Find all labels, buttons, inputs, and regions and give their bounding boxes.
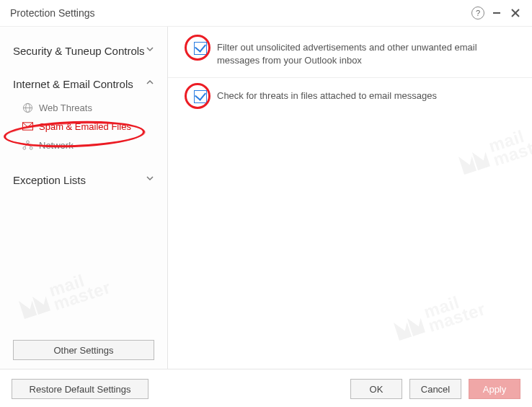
restore-defaults-button[interactable]: Restore Default Settings [12, 379, 148, 399]
window-body: Security & Tuneup Controls Internet & Em… [0, 26, 532, 369]
sidebar-item-spam[interactable]: Spam & Emailed Files [0, 117, 167, 136]
content-panel: mailmaster mailmaster mailmaster Filter … [168, 27, 532, 369]
option-label: Check for threats in files attached to e… [217, 89, 437, 102]
chevron-down-icon [146, 45, 154, 57]
sidebar-item-network[interactable]: Network [0, 136, 167, 154]
help-button[interactable]: ? [469, 4, 487, 22]
svg-line-11 [27, 143, 30, 146]
window-title: Protection Settings [10, 7, 95, 19]
option-label: Filter out unsolicited advertisements an… [217, 41, 515, 67]
chevron-up-icon [146, 78, 154, 90]
footer-bar: Restore Default Settings OK Cancel Apply [0, 369, 532, 407]
sidebar-group-label: Exception Lists [13, 173, 146, 188]
minimize-icon [492, 8, 502, 18]
mail-icon [22, 121, 33, 132]
sidebar-subitems: Web Threats Spam & Emailed Files Network [0, 95, 167, 162]
sidebar-item-label: Web Threats [39, 102, 92, 113]
cancel-button[interactable]: Cancel [409, 379, 461, 399]
checkbox-spam-filter[interactable] [194, 42, 207, 55]
option-attachment-scan: Check for threats in files attached to e… [168, 78, 532, 113]
network-icon [22, 139, 33, 151]
sidebar: Security & Tuneup Controls Internet & Em… [0, 27, 168, 369]
svg-point-7 [26, 140, 29, 143]
close-button[interactable] [506, 4, 525, 22]
other-settings-button[interactable]: Other Settings [13, 340, 154, 360]
minimize-button[interactable] [487, 4, 506, 22]
sidebar-item-label: Network [39, 140, 74, 151]
close-icon [510, 8, 520, 18]
sidebar-group-security[interactable]: Security & Tuneup Controls [0, 40, 167, 63]
sidebar-group-label: Internet & Email Controls [13, 77, 146, 92]
sidebar-group-internet[interactable]: Internet & Email Controls [0, 73, 167, 96]
watermark: mailmaster [389, 287, 487, 345]
svg-point-9 [30, 146, 32, 149]
titlebar: Protection Settings ? [0, 0, 532, 26]
protection-settings-window: Protection Settings ? Security & Tuneup … [0, 0, 532, 407]
ok-button[interactable]: OK [350, 379, 402, 399]
watermark: mailmaster [454, 121, 532, 179]
option-spam-filter: Filter out unsolicited advertisements an… [168, 27, 532, 78]
svg-line-10 [25, 143, 27, 146]
checkbox-attachment-scan[interactable] [194, 90, 207, 103]
globe-icon [22, 102, 33, 113]
sidebar-group-label: Security & Tuneup Controls [13, 44, 146, 58]
chevron-down-icon [146, 174, 154, 186]
sidebar-item-label: Spam & Emailed Files [39, 121, 131, 132]
sidebar-group-exceptions[interactable]: Exception Lists [0, 169, 167, 192]
help-icon: ? [471, 6, 484, 19]
sidebar-item-web-threats[interactable]: Web Threats [0, 98, 167, 117]
apply-button[interactable]: Apply [469, 379, 520, 399]
svg-point-8 [22, 146, 25, 149]
